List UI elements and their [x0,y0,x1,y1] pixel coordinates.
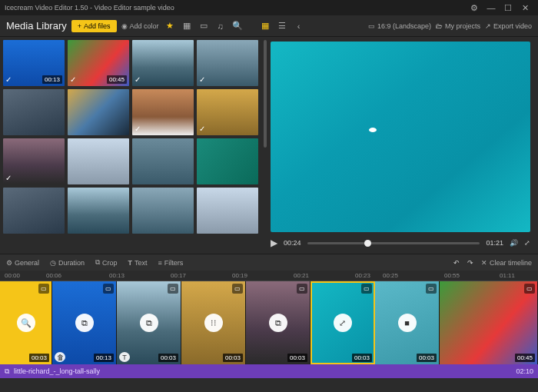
media-thumbnail[interactable] [68,188,129,234]
clip-duration: 00:03 [158,354,178,362]
clip-transition-icon[interactable]: ⧉ [75,314,94,332]
undo-icon[interactable]: ↶ [453,259,460,267]
clip-transition-icon[interactable]: ⤢ [334,314,352,332]
ruler-tick: 00:25 [383,272,398,279]
media-thumbnail[interactable] [132,188,194,234]
thumb-duration: 00:45 [107,75,127,84]
selected-check-icon: ✓ [5,75,12,84]
audio-link-icon[interactable]: ⧉ [5,367,9,376]
clip-duration: 00:13 [94,354,114,362]
timeline-clip[interactable]: ▭🔍00:03 [0,281,52,364]
audio-filter-icon[interactable]: ♫ [214,20,227,32]
collapse-icon[interactable]: ‹ [293,20,305,32]
timeline-clip[interactable]: ▭⤢00:03 [311,281,375,364]
clip-transition-icon[interactable]: ■ [398,314,417,332]
text-button[interactable]: T Text [128,259,148,267]
library-scrollbar[interactable] [264,40,267,148]
media-thumbnail[interactable]: ✓ [132,89,194,135]
volume-icon[interactable]: 🔊 [510,239,518,247]
selected-check-icon: ✓ [199,75,205,84]
selected-check-icon: ✓ [134,125,141,133]
thumb-duration: 00:13 [42,75,62,84]
image-filter-icon[interactable]: ▦ [181,20,193,32]
media-thumbnail[interactable] [197,138,258,184]
selected-check-icon: ✓ [199,125,205,133]
clip-type-icon: ▭ [524,284,535,294]
ruler-tick: 00:13 [109,272,125,279]
media-thumbnail[interactable]: ✓ [3,138,65,184]
my-projects-button[interactable]: 🗁 My projects [436,22,480,30]
clip-transition-icon[interactable]: ⧉ [269,314,287,332]
clip-duration: 00:03 [29,354,49,362]
add-color-button[interactable]: ◉ Add color [121,22,159,30]
list-view-icon[interactable]: ☰ [276,20,288,32]
clip-transition-icon[interactable]: ⧉ [140,314,158,332]
clip-duration: 00:03 [352,354,372,362]
media-thumbnail[interactable] [197,188,258,234]
media-thumbnail[interactable] [68,138,129,184]
aspect-ratio-button[interactable]: ▭ 16:9 (Landscape) [368,22,431,30]
timeline-ruler[interactable]: 00:0000:0600:1300:1700:1900:2100:2300:25… [0,271,538,281]
minimize-icon[interactable]: — [483,3,500,12]
general-button[interactable]: ⚙ General [6,259,39,267]
media-thumbnail[interactable] [68,89,129,135]
clear-timeline-button[interactable]: ✕ Clear timeline [481,259,532,267]
selected-check-icon: ✓ [70,75,76,84]
timeline-clip[interactable]: ▭⧉🗑00:13 [52,281,117,364]
clip-type-icon: ▭ [361,284,372,294]
timeline-clip[interactable]: ▭⁝⁝00:03 [181,281,246,364]
clip-action-icon[interactable]: T [119,352,130,362]
clip-transition-icon[interactable]: 🔍 [17,314,35,332]
library-heading: Media Library [6,20,67,32]
audio-duration: 02:10 [516,367,533,375]
timeline-clips-track[interactable]: ▭🔍00:03▭⧉🗑00:13▭⧉T00:03▭⁝⁝00:03▭⧉00:03▭⤢… [0,281,538,364]
clip-duration: 00:03 [287,354,307,362]
preview-panel: ▶ 00:24 01:21 🔊 ⤢ [267,37,538,254]
close-icon[interactable]: ✕ [516,3,533,13]
selected-check-icon: ✓ [134,75,141,84]
audio-track[interactable]: ⧉ little-richard_-_long-tall-sally 02:10 [0,364,538,378]
ruler-tick: 00:00 [5,272,20,279]
crop-button[interactable]: ⧉ Crop [95,258,118,267]
clip-transition-icon[interactable]: ⁝⁝ [204,314,223,332]
media-thumbnail[interactable]: ✓00:45 [68,40,129,86]
audio-clip-name: little-richard_-_long-tall-sally [14,367,100,375]
clip-duration: 00:03 [417,354,437,362]
video-filter-icon[interactable]: ▭ [198,20,210,32]
clip-type-icon: ▭ [103,284,114,294]
play-icon[interactable]: ▶ [271,238,277,248]
filters-button[interactable]: ≡ Filters [158,259,184,267]
media-thumbnail[interactable] [3,89,65,135]
seek-slider[interactable] [307,242,480,244]
media-thumbnail[interactable] [132,138,194,184]
fullscreen-icon[interactable]: ⤢ [524,239,530,247]
redo-icon[interactable]: ↷ [467,259,473,267]
settings-icon[interactable]: ⚙ [466,3,483,13]
ruler-tick: 00:06 [46,272,61,279]
timeline-clip[interactable]: ▭⧉T00:03 [117,281,181,364]
timeline-clip[interactable]: ▭00:45 [440,281,538,364]
current-time: 00:24 [284,239,301,247]
media-thumbnail[interactable]: ✓ [197,89,258,135]
maximize-icon[interactable]: ☐ [500,3,516,13]
media-thumbnail[interactable] [3,188,65,234]
media-thumbnail[interactable]: ✓00:13 [3,40,65,86]
clip-action-icon[interactable]: 🗑 [55,352,65,362]
media-thumbnail[interactable]: ✓ [132,40,194,86]
favorites-icon[interactable]: ★ [164,20,176,32]
media-thumbnail[interactable]: ✓ [197,40,258,86]
video-preview[interactable] [271,42,530,232]
window-title: Icecream Video Editor 1.50 - Video Edito… [5,4,466,12]
grid-view-icon[interactable]: ▦ [259,20,271,32]
timeline-clip[interactable]: ▭⧉00:03 [246,281,311,364]
clip-type-icon: ▭ [168,284,178,294]
search-icon[interactable]: 🔍 [231,20,244,32]
timeline-clip[interactable]: ▭■00:03 [375,281,440,364]
ruler-tick: 00:17 [171,272,186,279]
export-video-button[interactable]: ↗ Export video [485,22,532,30]
playback-bar: ▶ 00:24 01:21 🔊 ⤢ [271,232,530,251]
clip-type-icon: ▭ [232,284,243,294]
duration-button[interactable]: ◷ Duration [50,259,85,267]
media-library-grid: ✓00:13✓00:45✓✓✓✓✓ [0,37,267,254]
add-files-button[interactable]: + Add files [71,20,117,32]
